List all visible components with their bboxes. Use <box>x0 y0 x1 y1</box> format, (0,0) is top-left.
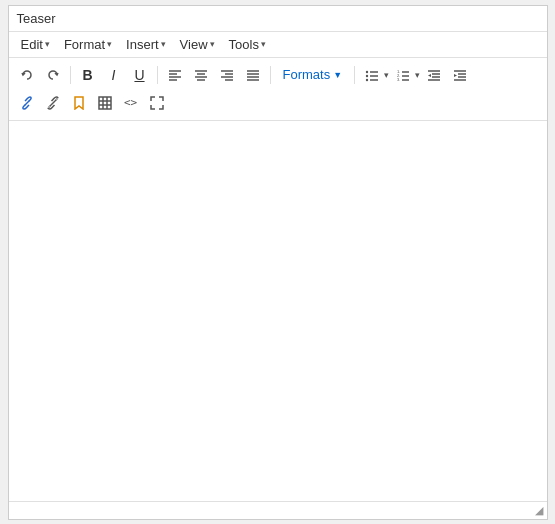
unlink-icon <box>46 96 60 110</box>
edit-caret: ▾ <box>45 39 50 49</box>
align-center-button[interactable] <box>189 64 213 86</box>
toolbar-row-2: <> <box>15 90 541 116</box>
separator-2 <box>157 66 158 84</box>
link-icon <box>20 96 34 110</box>
ol-caret[interactable]: ▾ <box>415 70 420 80</box>
menu-format[interactable]: Format ▾ <box>58 35 118 54</box>
menu-insert[interactable]: Insert ▾ <box>120 35 172 54</box>
separator-4 <box>354 66 355 84</box>
svg-point-18 <box>366 74 368 76</box>
bookmark-button[interactable] <box>67 92 91 114</box>
code-button[interactable]: <> <box>119 92 143 114</box>
toolbar-row-1: B I U <box>15 62 541 88</box>
undo-button[interactable] <box>15 64 39 86</box>
bookmark-icon <box>72 96 86 110</box>
underline-button[interactable]: U <box>128 64 152 86</box>
unordered-list-button[interactable] <box>360 64 384 86</box>
separator-3 <box>270 66 271 84</box>
remove-link-button[interactable] <box>41 92 65 114</box>
editor-container: Teaser Edit ▾ Format ▾ Insert ▾ View ▾ T… <box>8 5 548 520</box>
svg-text:3.: 3. <box>397 77 400 82</box>
resize-icon: ◢ <box>535 504 543 517</box>
formats-dropdown[interactable]: Formats ▼ <box>276 64 350 86</box>
table-icon <box>98 96 112 110</box>
svg-point-20 <box>366 78 368 80</box>
svg-line-36 <box>25 101 29 105</box>
svg-point-16 <box>366 70 368 72</box>
italic-button[interactable]: I <box>102 64 126 86</box>
menu-edit[interactable]: Edit ▾ <box>15 35 56 54</box>
editor-title: Teaser <box>17 11 56 26</box>
code-label: <> <box>124 96 137 109</box>
table-button[interactable] <box>93 92 117 114</box>
ul-caret[interactable]: ▾ <box>384 70 389 80</box>
ordered-list-button[interactable]: 1. 2. 3. <box>391 64 415 86</box>
bold-button[interactable]: B <box>76 64 100 86</box>
align-left-button[interactable] <box>163 64 187 86</box>
bullet-list-icon <box>365 68 379 82</box>
tools-caret: ▾ <box>261 39 266 49</box>
outdent-icon <box>427 68 441 82</box>
align-right-button[interactable] <box>215 64 239 86</box>
title-bar: Teaser <box>9 6 547 32</box>
menu-bar: Edit ▾ Format ▾ Insert ▾ View ▾ Tools ▾ <box>9 32 547 58</box>
ordered-list-icon: 1. 2. 3. <box>396 68 410 82</box>
fullscreen-button[interactable] <box>145 92 169 114</box>
fullscreen-icon <box>150 96 164 110</box>
align-justify-icon <box>246 68 260 82</box>
redo-button[interactable] <box>41 64 65 86</box>
editor-area[interactable] <box>9 121 547 501</box>
align-center-icon <box>194 68 208 82</box>
svg-rect-40 <box>99 97 111 109</box>
undo-icon <box>20 68 34 82</box>
svg-line-37 <box>51 101 55 105</box>
menu-view[interactable]: View ▾ <box>174 35 221 54</box>
indent-button[interactable] <box>448 64 472 86</box>
align-right-icon <box>220 68 234 82</box>
format-caret: ▾ <box>107 39 112 49</box>
insert-link-button[interactable] <box>15 92 39 114</box>
align-justify-button[interactable] <box>241 64 265 86</box>
toolbar: B I U <box>9 58 547 121</box>
formats-caret-icon: ▼ <box>333 70 342 80</box>
menu-tools[interactable]: Tools ▾ <box>223 35 272 54</box>
redo-icon <box>46 68 60 82</box>
resize-handle: ◢ <box>9 501 547 519</box>
indent-icon <box>453 68 467 82</box>
view-caret: ▾ <box>210 39 215 49</box>
separator-1 <box>70 66 71 84</box>
insert-caret: ▾ <box>161 39 166 49</box>
outdent-button[interactable] <box>422 64 446 86</box>
align-left-icon <box>168 68 182 82</box>
